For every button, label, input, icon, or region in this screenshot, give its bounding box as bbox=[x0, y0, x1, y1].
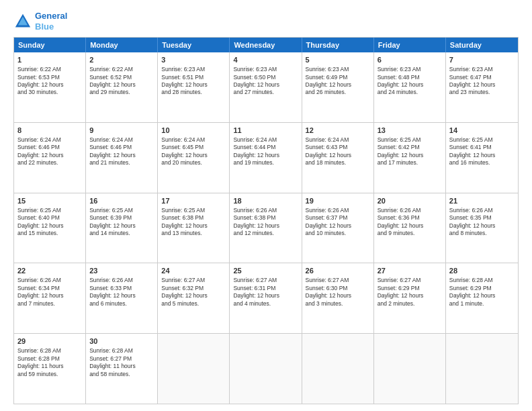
day-info-line: Daylight: 12 hours bbox=[449, 152, 515, 159]
day-info-line: and 6 minutes. bbox=[89, 300, 154, 308]
day-info-line: Sunset: 6:53 PM bbox=[17, 74, 82, 81]
day-info-line: Sunrise: 6:26 AM bbox=[378, 207, 442, 214]
weekday-header: Tuesday bbox=[158, 38, 230, 52]
day-info-line: and 28 minutes. bbox=[161, 89, 226, 96]
calendar-cell: 26Sunrise: 6:27 AMSunset: 6:30 PMDayligh… bbox=[302, 263, 374, 333]
day-number: 16 bbox=[89, 196, 154, 206]
day-info-line: Sunrise: 6:27 AM bbox=[161, 277, 226, 284]
calendar-row: 29Sunrise: 6:28 AMSunset: 6:28 PMDayligh… bbox=[14, 334, 518, 404]
calendar-body: 1Sunrise: 6:22 AMSunset: 6:53 PMDaylight… bbox=[14, 52, 518, 404]
calendar-header: SundayMondayTuesdayWednesdayThursdayFrid… bbox=[14, 38, 518, 52]
day-number: 10 bbox=[161, 126, 226, 136]
weekday-header: Thursday bbox=[302, 38, 374, 52]
day-number: 23 bbox=[89, 266, 154, 276]
calendar-cell bbox=[302, 334, 374, 404]
day-info-line: Sunrise: 6:27 AM bbox=[233, 277, 298, 284]
day-info-line: Sunrise: 6:27 AM bbox=[378, 277, 442, 284]
day-info-line: Daylight: 11 hours bbox=[17, 363, 82, 370]
day-number: 1 bbox=[17, 55, 82, 65]
calendar-cell: 12Sunrise: 6:24 AMSunset: 6:43 PMDayligh… bbox=[302, 123, 374, 193]
calendar-cell: 4Sunrise: 6:23 AMSunset: 6:50 PMDaylight… bbox=[230, 52, 302, 122]
day-info-line: Sunset: 6:39 PM bbox=[89, 214, 154, 222]
day-number: 12 bbox=[306, 126, 370, 136]
day-number: 6 bbox=[378, 55, 442, 65]
day-info-line: Sunset: 6:38 PM bbox=[161, 214, 226, 222]
day-number: 27 bbox=[378, 266, 442, 276]
day-info-line: Daylight: 12 hours bbox=[449, 292, 515, 300]
calendar-cell: 7Sunrise: 6:23 AMSunset: 6:47 PMDaylight… bbox=[446, 52, 518, 122]
day-info-line: and 59 minutes. bbox=[17, 371, 82, 378]
day-info-line: and 7 minutes. bbox=[17, 300, 82, 308]
day-info-line: Sunset: 6:41 PM bbox=[449, 144, 515, 151]
day-info-line: Daylight: 12 hours bbox=[233, 81, 298, 89]
day-info-line: and 3 minutes. bbox=[306, 300, 370, 308]
day-info-line: Daylight: 12 hours bbox=[161, 81, 226, 89]
day-info-line: Daylight: 12 hours bbox=[378, 222, 442, 230]
day-number: 22 bbox=[17, 266, 82, 276]
day-number: 3 bbox=[161, 55, 226, 65]
day-number: 15 bbox=[17, 196, 82, 206]
day-info-line: Sunset: 6:46 PM bbox=[17, 144, 82, 151]
day-number: 20 bbox=[378, 196, 442, 206]
day-info-line: Daylight: 12 hours bbox=[306, 152, 370, 159]
day-number: 26 bbox=[306, 266, 370, 276]
calendar-cell: 13Sunrise: 6:25 AMSunset: 6:42 PMDayligh… bbox=[374, 123, 446, 193]
calendar-cell: 10Sunrise: 6:24 AMSunset: 6:45 PMDayligh… bbox=[158, 123, 230, 193]
day-info-line: Daylight: 12 hours bbox=[17, 292, 82, 300]
day-info-line: Sunset: 6:33 PM bbox=[89, 285, 154, 292]
calendar-cell: 25Sunrise: 6:27 AMSunset: 6:31 PMDayligh… bbox=[230, 263, 302, 333]
calendar-row: 22Sunrise: 6:26 AMSunset: 6:34 PMDayligh… bbox=[14, 263, 518, 334]
day-info-line: Daylight: 12 hours bbox=[89, 81, 154, 89]
day-info-line: and 24 minutes. bbox=[378, 89, 442, 96]
calendar-cell: 17Sunrise: 6:25 AMSunset: 6:38 PMDayligh… bbox=[158, 193, 230, 263]
calendar-cell: 6Sunrise: 6:23 AMSunset: 6:48 PMDaylight… bbox=[374, 52, 446, 122]
day-number: 30 bbox=[89, 336, 154, 347]
day-info-line: and 29 minutes. bbox=[89, 89, 154, 96]
day-info-line: and 12 minutes. bbox=[233, 230, 298, 237]
calendar-row: 15Sunrise: 6:25 AMSunset: 6:40 PMDayligh… bbox=[14, 193, 518, 264]
weekday-header: Wednesday bbox=[230, 38, 302, 52]
calendar-cell: 24Sunrise: 6:27 AMSunset: 6:32 PMDayligh… bbox=[158, 263, 230, 333]
day-info-line: Daylight: 12 hours bbox=[233, 152, 298, 159]
calendar-cell: 8Sunrise: 6:24 AMSunset: 6:46 PMDaylight… bbox=[14, 123, 86, 193]
day-number: 21 bbox=[449, 196, 515, 206]
day-info-line: Sunrise: 6:28 AM bbox=[17, 347, 82, 355]
day-info-line: Sunrise: 6:23 AM bbox=[306, 66, 370, 73]
calendar-cell: 28Sunrise: 6:28 AMSunset: 6:29 PMDayligh… bbox=[446, 263, 518, 333]
logo-icon bbox=[13, 12, 32, 31]
day-info-line: Sunset: 6:29 PM bbox=[378, 285, 442, 292]
day-info-line: and 10 minutes. bbox=[306, 230, 370, 237]
calendar-cell: 22Sunrise: 6:26 AMSunset: 6:34 PMDayligh… bbox=[14, 263, 86, 333]
day-info-line: Sunset: 6:30 PM bbox=[306, 285, 370, 292]
calendar-cell bbox=[158, 334, 230, 404]
day-number: 18 bbox=[233, 196, 298, 206]
day-info-line: and 58 minutes. bbox=[89, 371, 154, 378]
day-info-line: Sunrise: 6:25 AM bbox=[161, 207, 226, 214]
day-info-line: Sunset: 6:44 PM bbox=[233, 144, 298, 151]
calendar-cell: 16Sunrise: 6:25 AMSunset: 6:39 PMDayligh… bbox=[86, 193, 158, 263]
day-number: 11 bbox=[233, 126, 298, 136]
weekday-header: Friday bbox=[374, 38, 446, 52]
day-info-line: Sunrise: 6:25 AM bbox=[378, 136, 442, 144]
calendar-cell bbox=[230, 334, 302, 404]
day-info-line: Sunset: 6:35 PM bbox=[449, 214, 515, 222]
day-info-line: Sunrise: 6:26 AM bbox=[89, 277, 154, 284]
day-info-line: and 8 minutes. bbox=[449, 230, 515, 237]
calendar-cell bbox=[374, 334, 446, 404]
day-info-line: Sunset: 6:40 PM bbox=[17, 214, 82, 222]
day-info-line: Sunset: 6:45 PM bbox=[161, 144, 226, 151]
day-info-line: and 21 minutes. bbox=[89, 159, 154, 167]
calendar-cell: 15Sunrise: 6:25 AMSunset: 6:40 PMDayligh… bbox=[14, 193, 86, 263]
day-number: 4 bbox=[233, 55, 298, 65]
day-info-line: Sunset: 6:32 PM bbox=[161, 285, 226, 292]
day-info-line: and 2 minutes. bbox=[378, 300, 442, 308]
page: General Blue SundayMondayTuesdayWednesda… bbox=[0, 0, 532, 411]
day-info-line: Sunrise: 6:27 AM bbox=[306, 277, 370, 284]
day-info-line: Sunset: 6:51 PM bbox=[161, 74, 226, 81]
day-info-line: and 30 minutes. bbox=[17, 89, 82, 96]
day-number: 5 bbox=[306, 55, 370, 65]
day-info-line: Sunrise: 6:26 AM bbox=[17, 277, 82, 284]
day-info-line: Daylight: 12 hours bbox=[233, 222, 298, 230]
day-info-line: Sunset: 6:28 PM bbox=[17, 355, 82, 363]
calendar-cell: 11Sunrise: 6:24 AMSunset: 6:44 PMDayligh… bbox=[230, 123, 302, 193]
